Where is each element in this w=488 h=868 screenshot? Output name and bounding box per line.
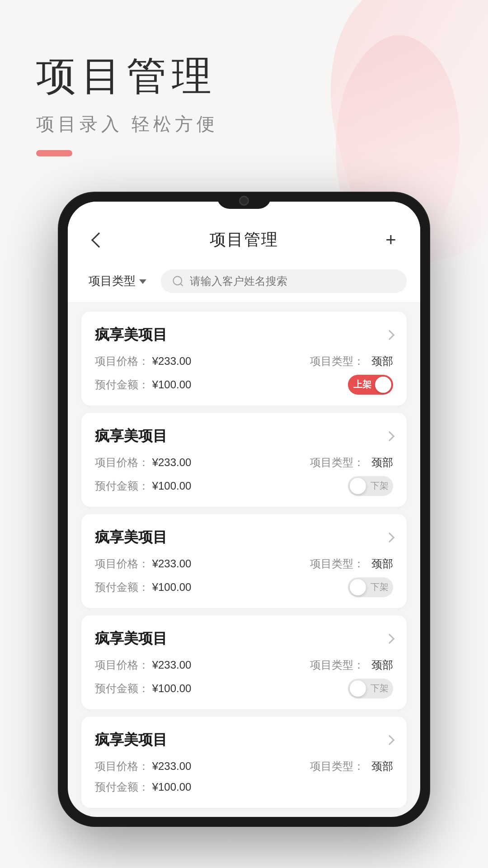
project-details: 项目价格： ¥233.00 项目类型： 颈部 预付金额： [95, 455, 393, 496]
chevron-right-icon[interactable] [385, 532, 395, 542]
type-item: 项目类型： 颈部 [310, 354, 393, 368]
deposit-item: 预付金额： ¥100.00 [95, 681, 191, 696]
price-label: 项目价格： [95, 659, 149, 671]
project-row-price: 项目价格： ¥233.00 项目类型： 颈部 [95, 557, 393, 571]
page-title: 项目管理 [36, 54, 452, 98]
project-row-deposit: 预付金额： ¥100.00 下架 [95, 577, 393, 597]
project-card: 疯享美项目 项目价格： ¥233.00 项目类型： [81, 311, 407, 406]
camera-dot [239, 196, 249, 206]
toggle-off-text: 下架 [371, 581, 389, 593]
deposit-label: 预付金额： [95, 581, 149, 593]
project-row-price: 项目价格： ¥233.00 项目类型： 颈部 [95, 759, 393, 774]
toggle-on-text: 上架 [353, 378, 371, 391]
project-row-deposit: 预付金额： ¥100.00 [95, 780, 393, 794]
project-row-price: 项目价格： ¥233.00 项目类型： 颈部 [95, 354, 393, 368]
toggle-knob [350, 680, 366, 697]
toggle-knob [350, 579, 366, 595]
deposit-value: ¥100.00 [152, 682, 192, 694]
type-value: 颈部 [371, 658, 393, 672]
project-row-deposit: 预付金额： ¥100.00 上架 [95, 375, 393, 395]
type-label: 项目类型： [310, 658, 364, 672]
type-value: 颈部 [371, 557, 393, 571]
status-toggle[interactable]: 下架 [348, 476, 393, 496]
search-input-wrap [161, 269, 407, 293]
dropdown-arrow-icon [139, 279, 146, 284]
chevron-right-icon[interactable] [385, 735, 395, 745]
title-accent-bar [36, 150, 72, 156]
search-input[interactable] [190, 275, 396, 288]
phone-mockup: 项目管理 + 项目类型 [59, 193, 429, 826]
app-header: 项目管理 + [68, 202, 420, 260]
toggle-knob [350, 478, 366, 494]
project-card-header: 疯享美项目 [95, 730, 393, 750]
add-project-button[interactable]: + [380, 229, 402, 251]
price-label: 项目价格： [95, 760, 149, 772]
filter-label: 项目类型 [89, 273, 136, 289]
header-area: 项目管理 项目录入 轻松方便 [0, 0, 488, 184]
project-details: 项目价格： ¥233.00 项目类型： 颈部 预付金额： [95, 759, 393, 794]
deposit-value: ¥100.00 [152, 781, 192, 793]
project-row-deposit: 预付金额： ¥100.00 下架 [95, 476, 393, 496]
toggle-knob [375, 377, 391, 393]
app-title: 项目管理 [210, 229, 278, 251]
chevron-right-icon[interactable] [385, 330, 395, 340]
type-item: 项目类型： 颈部 [310, 759, 393, 774]
project-details: 项目价格： ¥233.00 项目类型： 颈部 预付金额： [95, 557, 393, 597]
deposit-item: 预付金额： ¥100.00 [95, 580, 191, 594]
phone-frame: 项目管理 + 项目类型 [59, 193, 429, 826]
project-name: 疯享美项目 [95, 325, 167, 345]
deposit-item: 预付金额： ¥100.00 [95, 479, 191, 493]
project-card: 疯享美项目 项目价格： ¥233.00 项目类型： [81, 717, 407, 808]
type-value: 颈部 [371, 759, 393, 774]
project-name: 疯享美项目 [95, 629, 167, 649]
price-item: 项目价格： ¥233.00 [95, 354, 191, 368]
type-value: 颈部 [371, 354, 393, 368]
search-area: 项目类型 [68, 260, 420, 302]
filter-dropdown[interactable]: 项目类型 [81, 269, 154, 292]
type-item: 项目类型： 颈部 [310, 557, 393, 571]
project-list: 疯享美项目 项目价格： ¥233.00 项目类型： [68, 302, 420, 817]
deposit-label: 预付金额： [95, 781, 149, 793]
deposit-item: 预付金额： ¥100.00 [95, 377, 191, 392]
price-label: 项目价格： [95, 557, 149, 570]
page-subtitle: 项目录入 轻松方便 [36, 112, 452, 137]
status-toggle[interactable]: 上架 [348, 375, 393, 395]
project-card-header: 疯享美项目 [95, 629, 393, 649]
deposit-label: 预付金额： [95, 378, 149, 391]
chevron-right-icon[interactable] [385, 431, 395, 441]
price-value: ¥233.00 [152, 659, 192, 671]
type-label: 项目类型： [310, 354, 364, 368]
type-value: 颈部 [371, 455, 393, 470]
type-item: 项目类型： 颈部 [310, 455, 393, 470]
project-card-header: 疯享美项目 [95, 528, 393, 547]
project-name: 疯享美项目 [95, 730, 167, 750]
price-label: 项目价格： [95, 355, 149, 367]
svg-point-0 [174, 276, 182, 285]
price-item: 项目价格： ¥233.00 [95, 557, 191, 571]
chevron-right-icon[interactable] [385, 633, 395, 644]
price-value: ¥233.00 [152, 456, 192, 468]
toggle-off-text: 下架 [371, 682, 389, 694]
price-item: 项目价格： ¥233.00 [95, 658, 191, 672]
app-content: 项目管理 + 项目类型 [68, 202, 420, 817]
price-item: 项目价格： ¥233.00 [95, 455, 191, 470]
project-details: 项目价格： ¥233.00 项目类型： 颈部 预付金额： [95, 354, 393, 395]
price-value: ¥233.00 [152, 557, 192, 570]
status-toggle[interactable]: 下架 [348, 577, 393, 597]
project-card: 疯享美项目 项目价格： ¥233.00 项目类型： [81, 514, 407, 608]
project-card-header: 疯享美项目 [95, 426, 393, 446]
project-card: 疯享美项目 项目价格： ¥233.00 项目类型： [81, 413, 407, 507]
project-row-deposit: 预付金额： ¥100.00 下架 [95, 679, 393, 698]
type-item: 项目类型： 颈部 [310, 658, 393, 672]
deposit-value: ¥100.00 [152, 378, 192, 391]
deposit-label: 预付金额： [95, 682, 149, 694]
status-toggle[interactable]: 下架 [348, 679, 393, 698]
project-card: 疯享美项目 项目价格： ¥233.00 项目类型： [81, 615, 407, 709]
deposit-label: 预付金额： [95, 480, 149, 492]
type-label: 项目类型： [310, 759, 364, 774]
price-value: ¥233.00 [152, 355, 192, 367]
back-arrow-icon [91, 232, 107, 248]
search-icon [172, 275, 184, 288]
price-label: 项目价格： [95, 456, 149, 468]
back-button[interactable] [86, 229, 108, 251]
